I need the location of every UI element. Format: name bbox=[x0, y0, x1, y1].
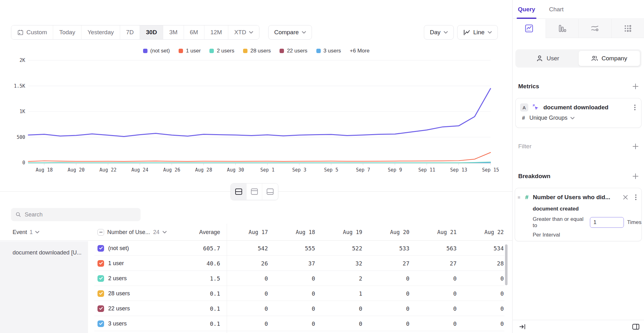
interval-note: Per Interval bbox=[533, 232, 641, 238]
condition-value-input[interactable] bbox=[590, 217, 624, 228]
condition-label: Greater than or equal to bbox=[533, 216, 587, 229]
average-column-header: Average bbox=[176, 229, 220, 236]
chart-type-flow[interactable] bbox=[578, 19, 611, 38]
range-7d[interactable]: 7D bbox=[120, 25, 140, 39]
legend-item-2[interactable]: 2 users bbox=[209, 48, 234, 54]
add-metric-button[interactable] bbox=[632, 83, 639, 90]
svg-text:1K: 1K bbox=[19, 109, 25, 114]
search-icon bbox=[15, 211, 21, 218]
chevron-down-icon bbox=[35, 231, 39, 233]
event-column-header[interactable]: Event 1 bbox=[0, 229, 88, 236]
legend-item-1[interactable]: 1 user bbox=[179, 48, 201, 54]
app-root: CustomTodayYesterday7D30D3M6M12MXTD Comp… bbox=[0, 0, 644, 333]
table-scrollbar[interactable] bbox=[505, 244, 508, 285]
search-input[interactable] bbox=[25, 211, 136, 218]
metric-card[interactable]: A document downloaded # Unique Groups bbox=[515, 98, 641, 128]
row-checkbox[interactable] bbox=[97, 290, 104, 297]
row-value: 0 bbox=[220, 320, 268, 327]
legend-swatch bbox=[179, 49, 183, 53]
row-checkbox[interactable] bbox=[97, 245, 104, 252]
split-view-icon bbox=[235, 188, 242, 195]
svg-text:Sep 9: Sep 9 bbox=[388, 167, 402, 173]
chart-toolbar: CustomTodayYesterday7D30D3M6M12MXTD Comp… bbox=[11, 25, 312, 40]
row-checkbox[interactable] bbox=[97, 320, 104, 327]
row-value: 533 bbox=[362, 245, 409, 252]
row-value: 0 bbox=[362, 320, 409, 327]
spark-cursor-icon bbox=[532, 104, 540, 111]
svg-text:500: 500 bbox=[17, 134, 25, 140]
range-xtd[interactable]: XTD bbox=[228, 25, 259, 39]
add-breakdown-button[interactable] bbox=[632, 173, 639, 180]
row-value: 555 bbox=[268, 245, 315, 252]
svg-text:Aug 24: Aug 24 bbox=[131, 167, 148, 173]
filter-header: Filter bbox=[518, 143, 531, 150]
compare-label: Compare bbox=[274, 29, 299, 36]
interval-label: Day bbox=[430, 29, 441, 36]
drag-handle-icon[interactable]: ≡ bbox=[518, 196, 523, 199]
row-value: 0 bbox=[268, 320, 315, 327]
row-value: 0 bbox=[409, 320, 457, 327]
row-label: 2 users bbox=[108, 275, 127, 282]
close-icon[interactable] bbox=[623, 194, 628, 200]
chart-type-retention[interactable] bbox=[611, 19, 644, 38]
row-value: 0 bbox=[362, 305, 409, 312]
row-value: 37 bbox=[268, 260, 315, 267]
grid-dots-icon bbox=[624, 24, 632, 33]
split-view-button[interactable] bbox=[231, 183, 247, 200]
tab-chart[interactable]: Chart bbox=[549, 0, 564, 19]
row-value: 0 bbox=[362, 275, 409, 282]
table-only-view-button[interactable] bbox=[262, 183, 278, 200]
tab-query[interactable]: Query bbox=[518, 0, 535, 19]
breakdown-hash-icon: # bbox=[525, 194, 529, 201]
add-filter-button[interactable] bbox=[632, 143, 639, 150]
svg-text:Aug 22: Aug 22 bbox=[99, 167, 116, 173]
range-3m[interactable]: 3M bbox=[163, 25, 184, 39]
row-checkbox[interactable] bbox=[97, 305, 104, 312]
chart-type-button[interactable]: Line bbox=[457, 25, 498, 40]
entity-option-user[interactable]: User bbox=[517, 51, 579, 66]
row-checkbox[interactable] bbox=[97, 260, 104, 267]
compare-button[interactable]: Compare bbox=[268, 25, 312, 40]
legend-item-3[interactable]: 28 users bbox=[243, 48, 271, 54]
date-range-group: CustomTodayYesterday7D30D3M6M12MXTD bbox=[11, 25, 259, 40]
interval-button[interactable]: Day bbox=[424, 25, 454, 40]
legend-item-5[interactable]: 3 users bbox=[316, 48, 341, 54]
row-checkbox[interactable] bbox=[97, 275, 104, 282]
range-today[interactable]: Today bbox=[53, 25, 81, 39]
chart-only-view-button[interactable] bbox=[247, 183, 262, 200]
check-icon bbox=[99, 262, 103, 265]
event-count: 1 bbox=[30, 229, 33, 236]
column-divider bbox=[227, 224, 227, 333]
breakdown-menu-button[interactable] bbox=[634, 193, 638, 201]
group-column-header[interactable]: Number of Use... 24 bbox=[88, 229, 176, 236]
svg-text:Aug 20: Aug 20 bbox=[68, 167, 85, 173]
legend-item-4[interactable]: 22 users bbox=[280, 48, 307, 54]
svg-text:0: 0 bbox=[22, 160, 25, 166]
row-label: 28 users bbox=[108, 290, 130, 297]
row-value: 26 bbox=[220, 260, 268, 267]
aggregation-dropdown[interactable]: Unique Groups bbox=[529, 115, 574, 121]
collapse-panel-icon[interactable] bbox=[519, 324, 526, 330]
select-all-checkbox[interactable] bbox=[97, 229, 104, 236]
entity-option-company[interactable]: Company bbox=[579, 51, 640, 66]
calendar-icon bbox=[17, 29, 24, 35]
range-30d[interactable]: 30D bbox=[140, 25, 163, 39]
table-header: Event 1 Number of Use... 24 Average Aug … bbox=[0, 224, 513, 241]
svg-text:Sep 1: Sep 1 bbox=[260, 167, 275, 173]
range-6m[interactable]: 6M bbox=[184, 25, 204, 39]
legend-swatch bbox=[243, 49, 247, 53]
chart-type-bar[interactable] bbox=[546, 19, 579, 38]
range-yesterday[interactable]: Yesterday bbox=[81, 25, 120, 39]
row-value: 0 bbox=[457, 320, 504, 327]
metric-menu-button[interactable] bbox=[633, 103, 637, 112]
date-column-header: Aug 19 bbox=[315, 229, 362, 235]
range-custom[interactable]: Custom bbox=[11, 25, 53, 39]
row-value: 0 bbox=[409, 290, 457, 297]
chart-type-line[interactable] bbox=[513, 19, 546, 38]
legend-more-button[interactable]: +6 More bbox=[350, 48, 369, 54]
range-12m[interactable]: 12M bbox=[204, 25, 228, 39]
legend-swatch bbox=[143, 49, 147, 53]
breakdown-title: Number of Users who did... bbox=[531, 194, 620, 201]
panel-layout-icon[interactable] bbox=[632, 324, 640, 330]
legend-item-0[interactable]: (not set) bbox=[143, 48, 170, 54]
